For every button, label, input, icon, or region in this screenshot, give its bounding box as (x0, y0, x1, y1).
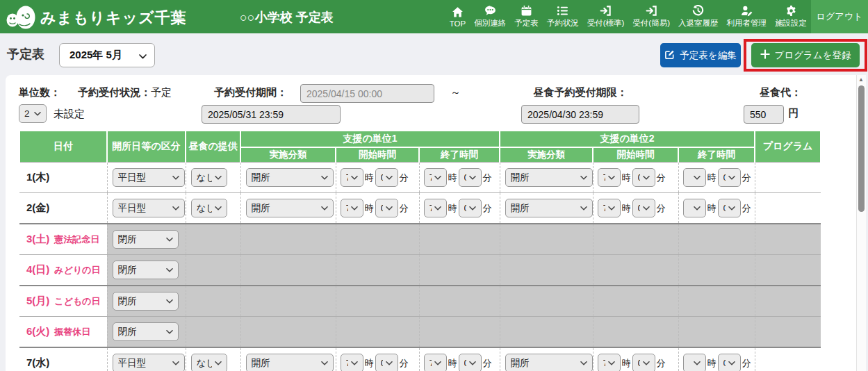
nav-item-1[interactable]: 個別連絡 (470, 0, 510, 33)
unit2-start-minute-select[interactable]: 0 (632, 168, 655, 187)
day-type-select[interactable]: 閉所 (113, 292, 179, 311)
nav-item-4[interactable]: 受付(標準) (583, 0, 629, 33)
nav-item-label: TOP (450, 19, 466, 28)
unit1-start-minute-select[interactable]: 0 (375, 168, 398, 187)
time-suffix: 時 (622, 172, 631, 184)
lunch-cell: なし (186, 193, 240, 224)
scrollbar-thumb[interactable] (858, 85, 865, 212)
unit1-category-select[interactable]: 開所 (246, 199, 334, 217)
nav-item-3[interactable]: 予約状況 (543, 0, 583, 33)
lunch-cell (186, 255, 240, 286)
day-type-select[interactable]: 平日型 (113, 168, 185, 187)
day-type-cell: 閉所 (107, 286, 186, 317)
nav-item-2[interactable]: 予定表 (510, 0, 543, 33)
time-suffix: 分 (400, 172, 409, 184)
day-type-select[interactable]: 平日型 (113, 354, 185, 371)
nav-item-5[interactable]: 受付(簡易) (628, 0, 674, 33)
list-icon (557, 5, 568, 17)
unit2-end-minute-select[interactable]: 0 (718, 199, 741, 217)
unit1-start-hour-select[interactable]: 7 (341, 354, 363, 371)
unit2-category-select[interactable]: 開所 (505, 354, 593, 371)
reservation-period-from-input[interactable]: 2025/04/15 00:00 (300, 84, 434, 103)
unit2-end-minute-select[interactable]: 0 (718, 354, 741, 371)
unit1-category-select[interactable]: 開所 (246, 354, 334, 371)
date-label: 4(日) (26, 263, 49, 277)
program-cell (755, 255, 821, 286)
column-header: 開始時間 (593, 147, 678, 163)
day-type-select[interactable]: 平日型 (113, 199, 185, 217)
column-header: 開始時間 (336, 147, 419, 163)
nav-item-label: 受付(簡易) (632, 18, 670, 28)
lunch-deadline-input[interactable]: 2025/04/30 23:59 (521, 105, 639, 124)
unit2-start-minute-select[interactable]: 0 (632, 199, 655, 217)
schedule-row: 2(金)平日型なし開所7時0分7時0分開所7時0分時0分 (19, 193, 821, 224)
reservation-period-to-input[interactable]: 2025/05/31 23:59 (202, 105, 341, 124)
scrollbar-up-arrow[interactable]: ▲ (858, 76, 864, 83)
register-program-button[interactable]: プログラムを登録 (751, 43, 860, 67)
edit-schedule-button[interactable]: 予定表を編集 (660, 43, 741, 67)
lunch-fee-unit: 円 (788, 107, 799, 120)
day-type-select[interactable]: 閉所 (113, 230, 179, 249)
date-cell: 7(水) (19, 347, 107, 371)
date-cell: 6(火)振替休日 (19, 317, 107, 348)
nav-item-label: 予定表 (514, 18, 539, 28)
app-logo[interactable]: みまもりキッズ千葉 (6, 3, 187, 33)
month-select[interactable]: 2025年 5月 (59, 43, 155, 67)
unit2-end-hour-select[interactable] (683, 168, 706, 187)
nav-item-6[interactable]: 入退室履歴 (674, 0, 723, 33)
unit1-end-minute-select[interactable]: 0 (459, 354, 482, 371)
screen: みまもりキッズ千葉 ○○小学校 予定表 TOP個別連絡予定表予約状況受付(標準)… (0, 0, 868, 371)
period-tilde: ～ (450, 86, 461, 99)
unit2-category-cell (500, 286, 593, 317)
lunch-select-value: なし (197, 202, 212, 215)
lunch-select[interactable]: なし (191, 354, 227, 371)
edit-schedule-label: 予定表を編集 (680, 49, 736, 62)
unit1-end-minute-select[interactable]: 0 (459, 168, 482, 187)
lunch-fee-input[interactable]: 550 (744, 105, 784, 124)
unit2-end-hour-select[interactable] (683, 199, 706, 217)
nav-item-7[interactable]: 利用者管理 (723, 0, 771, 33)
unit2-end-cell (678, 224, 755, 255)
scrollbar-track[interactable]: ▲ (856, 75, 866, 371)
unit2-start-minute-select[interactable]: 0 (632, 354, 655, 371)
logout-button[interactable]: ログアウト (811, 0, 868, 33)
unit2-end-cell (678, 255, 755, 286)
unit2-category-select[interactable]: 開所 (505, 199, 593, 217)
unit1-end-hour-select[interactable]: 7 (424, 354, 447, 371)
unit2-category-cell (500, 317, 593, 348)
unit2-end-minute-select[interactable]: 0 (718, 168, 741, 187)
nav-item-0[interactable]: TOP (445, 0, 470, 33)
unit2-category-select[interactable]: 開所 (505, 168, 593, 187)
home-icon (452, 6, 464, 18)
day-type-select[interactable]: 閉所 (113, 322, 179, 341)
unit1-end-hour-select[interactable]: 7 (424, 199, 447, 217)
lunch-select[interactable]: なし (191, 199, 227, 217)
time-suffix: 時 (365, 357, 374, 370)
unit1-end-minute-select[interactable]: 0 (459, 199, 482, 217)
day-type-select[interactable]: 閉所 (113, 261, 179, 279)
unit1-start-hour-select-value: 7 (346, 203, 348, 213)
day-type-cell: 平日型 (107, 347, 186, 371)
unit2-start-hour-select[interactable]: 7 (598, 168, 621, 187)
time-suffix: 時 (707, 172, 716, 184)
holiday-name: みどりの日 (54, 264, 100, 277)
unit1-end-hour-select-value: 7 (429, 203, 432, 213)
unit1-start-cell (336, 255, 419, 286)
nav-item-8[interactable]: 施設設定 (771, 0, 811, 33)
unit2-category-cell: 開所 (500, 163, 593, 193)
unit1-start-hour-select[interactable]: 7 (341, 168, 363, 187)
unit1-end-hour-select[interactable]: 7 (424, 168, 447, 187)
unit1-start-minute-select[interactable]: 0 (375, 199, 398, 217)
unit2-start-hour-select[interactable]: 7 (598, 354, 621, 371)
lunch-select[interactable]: なし (191, 168, 227, 187)
unit2-start-hour-select[interactable]: 7 (598, 199, 621, 217)
unit1-start-minute-select[interactable]: 0 (375, 354, 398, 371)
unit1-category-select[interactable]: 開所 (246, 168, 334, 187)
time-suffix: 分 (400, 357, 409, 370)
unit1-start-hour-select[interactable]: 7 (341, 199, 363, 217)
calendar-icon (521, 5, 532, 17)
unit2-end-hour-select[interactable] (683, 354, 706, 371)
date-label: 1(木) (26, 171, 49, 184)
unit-count-select[interactable]: 2 (19, 104, 47, 123)
date-label: 6(火) (26, 325, 49, 338)
